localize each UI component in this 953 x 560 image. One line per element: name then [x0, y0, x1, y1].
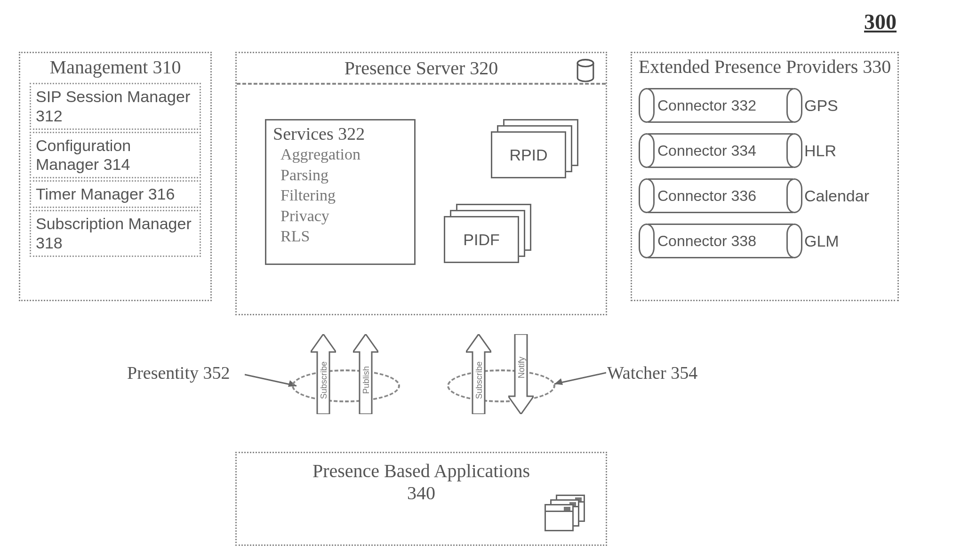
arrow-text: Subscribe — [474, 361, 484, 399]
service-item: RLS — [280, 226, 408, 247]
apps-window-icon — [545, 495, 587, 532]
svg-marker-7 — [554, 378, 563, 385]
apps-title: Presence Based Applications — [237, 453, 606, 482]
provider-label: GLM — [804, 232, 839, 250]
service-item: Parsing — [280, 165, 408, 185]
service-item: Privacy — [280, 206, 408, 226]
pidf-stack: PIDF — [444, 204, 533, 270]
arrow-text: Notify — [517, 357, 527, 378]
connector-capsule: Connector 334 — [645, 133, 796, 168]
rpid-label: RPID — [509, 146, 547, 164]
connector-capsule: Connector 332 — [645, 88, 796, 123]
connector-row: Connector 334 HLR — [645, 133, 884, 168]
connector-label: Connector 334 — [657, 142, 756, 160]
presence-server-title: Presence Server 320 — [242, 57, 600, 79]
mgmt-item: Timer Manager 316 — [30, 180, 201, 208]
management-title: Management 310 — [20, 53, 210, 79]
management-items: SIP Session Manager 312 Configuration Ma… — [20, 79, 210, 264]
extended-providers-items: Connector 332 GPS Connector 334 HLR Conn… — [632, 79, 897, 275]
connector-capsule: Connector 336 — [645, 178, 796, 213]
connector-label: Connector 338 — [657, 232, 756, 250]
watcher-label: Watcher 354 — [607, 362, 697, 383]
service-item: Filtering — [280, 185, 408, 206]
mgmt-item: SIP Session Manager 312 — [30, 83, 201, 130]
svg-line-2 — [245, 375, 296, 386]
connector-capsule: Connector 338 — [645, 224, 796, 258]
notify-down-arrow-icon: Notify — [508, 334, 534, 414]
services-title: Services 322 — [273, 123, 408, 144]
connector-row: Connector 336 Calendar — [645, 178, 884, 213]
publish-up-arrow-icon: Publish — [353, 334, 378, 414]
provider-label: GPS — [804, 96, 838, 115]
extended-providers-title: Extended Presence Providers 330 — [632, 53, 897, 79]
arrow-text: Publish — [361, 366, 371, 394]
subscribe-up-arrow-icon: Subscribe — [466, 334, 491, 414]
services-list: Aggregation Parsing Filtering Privacy RL… — [273, 144, 408, 247]
subscribe-up-arrow-icon: Subscribe — [311, 334, 336, 414]
arrow-text: Subscribe — [319, 361, 329, 399]
services-box: Services 322 Aggregation Parsing Filteri… — [265, 119, 416, 265]
presence-server-box: Presence Server 320 Services 322 Aggrega… — [235, 52, 607, 315]
mgmt-item: Subscription Manager 318 — [30, 210, 201, 257]
provider-label: Calendar — [804, 187, 869, 205]
flow-area: Presentity 352 Subscribe Publish Watcher… — [0, 325, 953, 447]
rpid-stack: RPID — [491, 119, 580, 185]
provider-label: HLR — [804, 142, 836, 160]
svg-line-6 — [554, 373, 606, 384]
figure-number: 300 — [864, 9, 897, 34]
apps-box: Presence Based Applications 340 — [235, 452, 607, 546]
service-item: Aggregation — [280, 144, 408, 165]
presence-server-header: Presence Server 320 — [237, 53, 606, 85]
watcher-pointer — [550, 370, 606, 389]
connector-label: Connector 332 — [657, 97, 756, 114]
mgmt-item: Configuration Manager 314 — [30, 132, 201, 179]
presentity-ellipse — [292, 369, 400, 402]
watcher-ellipse — [447, 369, 555, 402]
pidf-label: PIDF — [463, 231, 499, 249]
connector-label: Connector 336 — [657, 187, 756, 205]
database-icon — [576, 59, 595, 85]
management-box: Management 310 SIP Session Manager 312 C… — [19, 52, 212, 301]
connector-row: Connector 338 GLM — [645, 224, 884, 258]
extended-providers-box: Extended Presence Providers 330 Connecto… — [631, 52, 899, 301]
presentity-label: Presentity 352 — [127, 362, 230, 383]
connector-row: Connector 332 GPS — [645, 88, 884, 123]
